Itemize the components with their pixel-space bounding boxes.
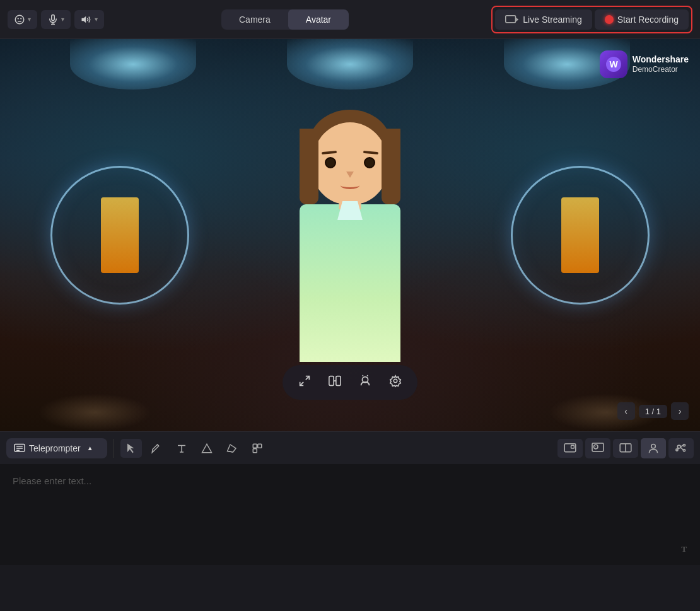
window-layout-btn[interactable]	[613, 439, 638, 458]
pen-tool-btn[interactable]	[146, 439, 167, 458]
avatar-body	[300, 204, 400, 362]
video-area: W Wondershare DemoCreator	[0, 39, 700, 431]
text-tool-icon	[176, 443, 187, 454]
teleprompter-icon	[14, 443, 25, 453]
mic-btn-chevron: ▾	[61, 16, 64, 23]
ceiling-light-center	[287, 39, 413, 90]
camera-avatar-group: Camera Avatar	[221, 9, 349, 30]
people-btn[interactable]	[641, 438, 666, 458]
pen-icon	[151, 443, 162, 454]
settings-icon	[388, 374, 402, 388]
brand-sub: DemoCreator	[633, 65, 689, 74]
svg-rect-13	[329, 376, 334, 386]
body-scale-ctrl-btn[interactable]	[325, 371, 344, 393]
bottom-tools-bar: Teleprompter ▲	[0, 431, 700, 464]
svg-marker-6	[82, 16, 86, 23]
svg-line-30	[228, 451, 233, 452]
eraser-tool-btn[interactable]	[221, 439, 243, 458]
svg-text:W: W	[609, 59, 618, 69]
svg-rect-33	[258, 444, 262, 448]
shape-tool-btn[interactable]	[196, 439, 218, 458]
mic-btn[interactable]: ▾	[41, 10, 71, 29]
avatar-settings-ctrl-btn[interactable]	[386, 371, 405, 393]
svg-point-37	[593, 445, 598, 449]
svg-marker-29	[202, 444, 212, 453]
text-input-area[interactable]: Please enter text... T	[0, 464, 700, 565]
ceiling-light-left	[70, 39, 196, 90]
svg-point-38	[595, 445, 596, 446]
svg-point-1	[18, 18, 19, 19]
share-btn[interactable]	[668, 438, 694, 458]
camera-tab[interactable]: Camera	[221, 9, 288, 30]
avatar-container	[249, 91, 451, 406]
prev-icon: ‹	[624, 406, 627, 416]
face-overlay-btn[interactable]	[585, 438, 610, 458]
share-icon	[675, 443, 687, 454]
orb-inner-left	[101, 197, 139, 273]
face-icon	[14, 14, 25, 25]
page-prev-btn[interactable]: ‹	[617, 402, 635, 420]
eraser-icon	[226, 443, 238, 454]
svg-line-25	[158, 445, 159, 446]
text-placeholder: Please enter text...	[13, 475, 687, 486]
more-tool-btn[interactable]	[247, 439, 268, 458]
platform-left	[38, 393, 151, 431]
wondershare-svg-icon: W	[605, 55, 622, 73]
teleprompter-btn[interactable]: Teleprompter ▲	[6, 438, 107, 458]
face-overlay-icon	[592, 443, 604, 454]
avatar-face-ctrl-btn[interactable]	[356, 371, 375, 393]
svg-point-19	[394, 379, 397, 383]
svg-marker-24	[127, 443, 134, 453]
svg-line-46	[680, 447, 683, 450]
svg-text:T: T	[681, 544, 687, 554]
text-format-btn[interactable]: T	[680, 543, 691, 557]
page-next-btn[interactable]: ›	[671, 402, 689, 420]
toolbar-left: ▾ ▾ ▾ Camera Avatar	[8, 9, 486, 30]
brand-text: Wondershare DemoCreator	[633, 54, 689, 74]
mic-icon	[47, 14, 59, 25]
next-icon: ›	[679, 406, 682, 416]
body-scale-icon	[328, 374, 342, 388]
avatar-eyebrows	[322, 151, 378, 154]
avatar-hair-left	[300, 129, 318, 204]
svg-point-0	[15, 15, 24, 24]
screen-layout-btn[interactable]	[557, 439, 583, 458]
svg-point-2	[20, 18, 21, 19]
svg-rect-32	[253, 448, 257, 452]
face-btn-chevron: ▾	[28, 16, 31, 23]
fullscreen-ctrl-btn[interactable]	[295, 371, 314, 393]
brand-icon: W	[600, 50, 627, 78]
volume-btn[interactable]: ▾	[74, 10, 104, 29]
text-format-icon: T	[680, 543, 691, 554]
avatar-mouth	[341, 182, 359, 189]
select-icon	[125, 443, 137, 454]
screen-layout-icon	[564, 443, 576, 453]
volume-btn-chevron: ▾	[95, 16, 98, 23]
right-tools	[557, 438, 694, 458]
live-stream-icon	[505, 15, 519, 25]
teleprompter-label: Teleprompter	[29, 443, 81, 453]
svg-rect-14	[336, 376, 341, 386]
page-info: 1 / 1	[639, 405, 667, 418]
avatar-figure	[274, 116, 426, 406]
toolbar-right-group: Live Streaming Start Recording	[491, 6, 692, 33]
svg-rect-31	[253, 444, 257, 448]
select-tool-btn[interactable]	[120, 439, 142, 458]
top-toolbar: ▾ ▾ ▾ Camera Avatar	[0, 0, 700, 39]
face-btn[interactable]: ▾	[8, 10, 37, 29]
live-streaming-button[interactable]: Live Streaming	[495, 9, 592, 30]
teleprompter-chevron: ▲	[87, 445, 93, 451]
avatar-eyebrow-right	[363, 151, 378, 154]
start-recording-button[interactable]: Start Recording	[595, 9, 689, 30]
avatar-eyebrow-left	[322, 151, 337, 154]
svg-rect-3	[52, 15, 55, 20]
orb-left	[50, 166, 189, 305]
text-tool-btn[interactable]	[171, 439, 192, 458]
svg-rect-35	[571, 445, 575, 448]
brand-logo: W Wondershare DemoCreator	[600, 50, 689, 78]
avatar-tab[interactable]: Avatar	[288, 9, 349, 30]
avatar-eye-right	[364, 157, 375, 168]
toolbar-divider-1	[114, 439, 114, 458]
svg-line-45	[680, 445, 683, 446]
live-streaming-label: Live Streaming	[523, 15, 581, 25]
